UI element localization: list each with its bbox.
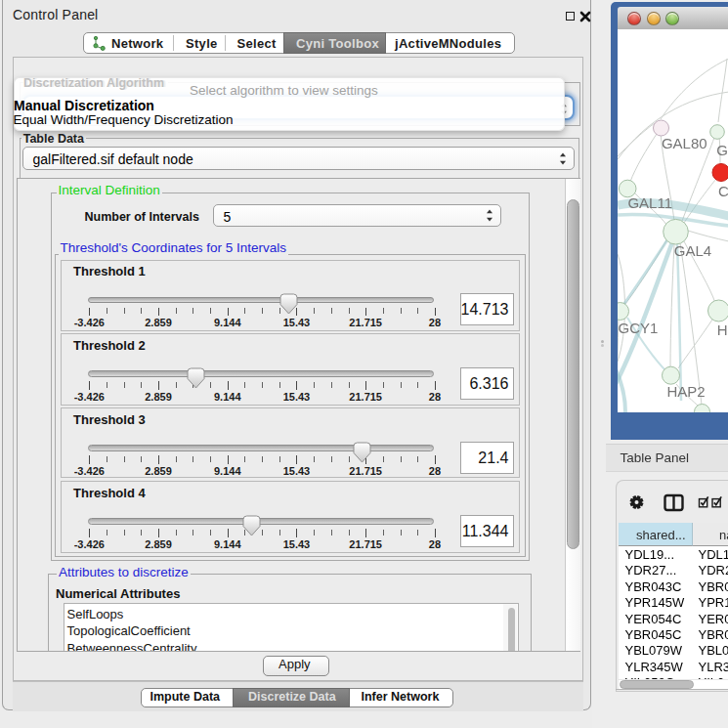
- svg-text:HI: HI: [716, 321, 728, 338]
- svg-text:GAL80: GAL80: [661, 135, 707, 151]
- svg-text:GAL11: GAL11: [627, 193, 672, 210]
- svg-text:C.: C.: [718, 183, 728, 199]
- svg-text:GCY1: GCY1: [618, 320, 658, 336]
- svg-text:GAL4: GAL4: [673, 242, 710, 259]
- svg-text:HAP2: HAP2: [666, 383, 705, 400]
- svg-text:G.: G.: [716, 142, 728, 158]
